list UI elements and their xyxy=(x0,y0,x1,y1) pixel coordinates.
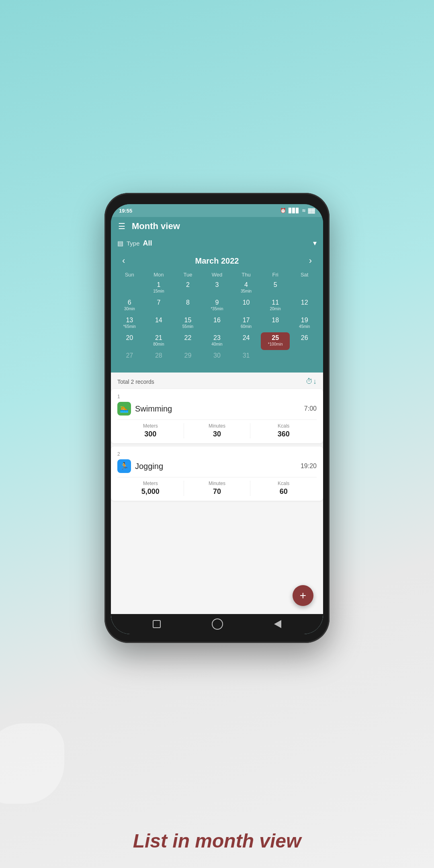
calendar-week-4: 20 21 80min 22 23 40min 24 xyxy=(115,332,319,350)
day-header-mon: Mon xyxy=(144,270,174,279)
cal-day-8[interactable]: 8 xyxy=(173,297,203,315)
day-header-fri: Fri xyxy=(261,270,290,279)
cal-day-24[interactable]: 24 xyxy=(231,332,261,350)
cal-day-22[interactable]: 22 xyxy=(173,332,203,350)
phone-screen: 19:55 ⏰ ▊▊▊ ≋ ▓▓ ☰ Month view ▤ Type All… xyxy=(111,204,323,634)
cal-day-3[interactable]: 3 xyxy=(203,279,232,297)
nav-home-button[interactable] xyxy=(212,618,223,630)
jogging-time: 19:20 xyxy=(301,463,317,470)
status-bar: 19:55 ⏰ ▊▊▊ ≋ ▓▓ xyxy=(111,204,323,217)
calendar-week-3: 13 *65min 14 15 55min 16 17 xyxy=(115,315,319,332)
cal-day-18[interactable]: 18 xyxy=(261,315,290,332)
calendar-week-5: 27 28 29 30 31 xyxy=(115,350,319,368)
cal-day-17[interactable]: 17 60min xyxy=(231,315,261,332)
cal-day-7[interactable]: 7 xyxy=(144,297,174,315)
cal-day-4[interactable]: 4 35min xyxy=(231,279,261,297)
cal-day-14[interactable]: 14 xyxy=(144,315,174,332)
cal-day-21[interactable]: 21 80min xyxy=(144,332,174,350)
prev-month-button[interactable]: ‹ xyxy=(118,254,129,268)
bottom-caption: List in month view xyxy=(0,830,434,852)
swimming-name-row: 🏊 Swimming xyxy=(117,402,172,416)
calendar-container: ‹ March 2022 › Sun Mon Tue Wed Thu Fri S… xyxy=(111,252,323,373)
type-value: All xyxy=(143,239,310,248)
calendar-header: ‹ March 2022 › xyxy=(115,252,319,270)
records-total: Total 2 records xyxy=(117,379,154,385)
plus-icon: + xyxy=(300,589,306,602)
jogging-meters: Meters 5,000 xyxy=(117,481,184,496)
cal-day-29[interactable]: 29 xyxy=(173,350,203,368)
swimming-kcals: Kcals 360 xyxy=(250,423,317,438)
activity-num-2: 2 xyxy=(117,451,317,457)
records-header: Total 2 records ⏱↓ xyxy=(111,373,323,389)
cal-day-11[interactable]: 11 20min xyxy=(261,297,290,315)
swimming-meters: Meters 300 xyxy=(117,423,184,438)
nav-square-button[interactable] xyxy=(153,620,161,628)
cal-day-20[interactable]: 20 xyxy=(115,332,144,350)
cal-day-empty-2 xyxy=(261,350,290,368)
battery-icon: ▓▓ xyxy=(308,208,315,213)
day-header-thu: Thu xyxy=(231,270,261,279)
cal-day-19[interactable]: 19 45min xyxy=(290,315,319,332)
nav-back-button[interactable] xyxy=(274,620,281,628)
cal-day-12[interactable]: 12 xyxy=(290,297,319,315)
cal-day-empty-1 xyxy=(115,279,144,297)
cal-day-5[interactable]: 5 xyxy=(261,279,290,297)
swimming-time: 7:00 xyxy=(304,405,317,412)
calendar-grid: Sun Mon Tue Wed Thu Fri Sat 1 15min xyxy=(115,270,319,368)
calendar-week-2: 6 30min 7 8 9 *35min 10 xyxy=(115,297,319,315)
status-time: 19:55 xyxy=(119,208,132,214)
jogging-name-row: 🏃 Jogging xyxy=(117,459,163,473)
activity-card-jogging[interactable]: 2 🏃 Jogging 19:20 Meters 5,000 Minutes xyxy=(111,446,323,501)
type-selector[interactable]: ▤ Type All ▾ xyxy=(111,235,323,252)
calendar-month-year: March 2022 xyxy=(195,256,239,266)
jogging-icon: 🏃 xyxy=(117,459,131,473)
swimming-icon: 🏊 xyxy=(117,402,131,416)
dropdown-arrow-icon[interactable]: ▾ xyxy=(313,239,317,248)
menu-icon[interactable]: ☰ xyxy=(118,221,125,231)
bottom-navigation xyxy=(111,614,323,634)
cal-day-16[interactable]: 16 xyxy=(203,315,232,332)
top-bar: ☰ Month view xyxy=(111,217,323,235)
cal-day-28[interactable]: 28 xyxy=(144,350,174,368)
cal-day-13[interactable]: 13 *65min xyxy=(115,315,144,332)
cal-day-31[interactable]: 31 xyxy=(231,350,261,368)
swimming-name: Swimming xyxy=(135,404,172,414)
cal-day-2[interactable]: 2 xyxy=(173,279,203,297)
records-section: Total 2 records ⏱↓ 1 🏊 Swimming 7:00 Met… xyxy=(111,373,323,634)
cal-day-27[interactable]: 27 xyxy=(115,350,144,368)
jogging-header: 🏃 Jogging 19:20 xyxy=(117,459,317,473)
cal-day-6[interactable]: 6 30min xyxy=(115,297,144,315)
cal-day-15[interactable]: 15 55min xyxy=(173,315,203,332)
day-header-wed: Wed xyxy=(203,270,232,279)
jogging-stats: Meters 5,000 Minutes 70 Kcals 60 xyxy=(117,477,317,496)
cal-day-empty-3 xyxy=(290,350,319,368)
phone-wrapper: 19:55 ⏰ ▊▊▊ ≋ ▓▓ ☰ Month view ▤ Type All… xyxy=(104,193,330,643)
sort-icon[interactable]: ⏱↓ xyxy=(306,377,317,386)
signal-icon: ▊▊▊ xyxy=(289,208,299,213)
cal-day-1[interactable]: 1 15min xyxy=(144,279,174,297)
alarm-icon: ⏰ xyxy=(280,208,286,213)
cal-day-10[interactable]: 10 xyxy=(231,297,261,315)
next-month-button[interactable]: › xyxy=(305,254,316,268)
jogging-minutes: Minutes 70 xyxy=(184,481,250,496)
decorative-blob xyxy=(0,723,64,804)
swimming-stats: Meters 300 Minutes 30 Kcals 360 xyxy=(117,420,317,438)
filter-icon: ▤ xyxy=(117,240,123,247)
calendar-week-1: 1 15min 2 3 4 35min 5 xyxy=(115,279,319,297)
cal-day-23[interactable]: 23 40min xyxy=(203,332,232,350)
activity-card-swimming[interactable]: 1 🏊 Swimming 7:00 Meters 300 Minutes xyxy=(111,389,323,443)
day-header-tue: Tue xyxy=(173,270,203,279)
cal-day-30[interactable]: 30 xyxy=(203,350,232,368)
cal-day-9[interactable]: 9 *35min xyxy=(203,297,232,315)
activity-num-1: 1 xyxy=(117,394,317,399)
status-icons: ⏰ ▊▊▊ ≋ ▓▓ xyxy=(280,208,315,213)
swimming-minutes: Minutes 30 xyxy=(184,423,250,438)
cal-day-25-highlighted[interactable]: 25 *100min xyxy=(261,332,290,350)
day-header-sat: Sat xyxy=(290,270,319,279)
type-label: Type xyxy=(127,240,140,247)
calendar-day-headers: Sun Mon Tue Wed Thu Fri Sat xyxy=(115,270,319,279)
jogging-kcals: Kcals 60 xyxy=(250,481,317,496)
add-record-fab[interactable]: + xyxy=(293,585,313,606)
cal-day-26[interactable]: 26 xyxy=(290,332,319,350)
day-header-sun: Sun xyxy=(115,270,144,279)
